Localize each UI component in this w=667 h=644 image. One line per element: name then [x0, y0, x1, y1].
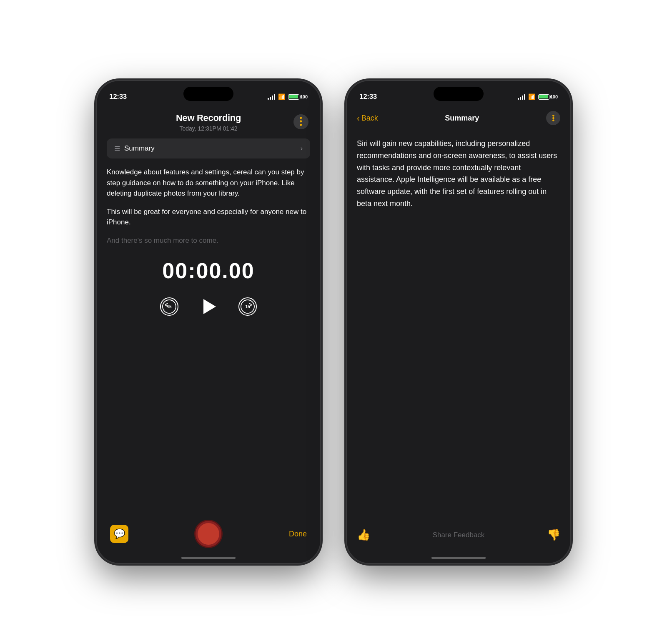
summary-pill-left: ☰ Summary: [114, 144, 155, 153]
transcript-paragraph-1: Knowledge about features and settings, c…: [107, 167, 310, 199]
wifi-icon-2: 📶: [528, 93, 535, 100]
chat-icon: 💬: [114, 528, 125, 539]
phone-summary: 12:33 📶 100 ‹ Back Summar: [346, 80, 571, 564]
page-title: Summary: [445, 114, 479, 123]
feedback-button[interactable]: 💬: [110, 525, 128, 543]
back-label: Back: [361, 114, 378, 123]
play-icon: [203, 299, 216, 314]
status-icons-2: 📶 100: [518, 93, 558, 100]
status-time-2: 12:33: [359, 93, 377, 101]
summary-nav-header: ‹ Back Summary •••: [357, 105, 560, 133]
more-dots-icon: •••: [297, 117, 305, 127]
battery-indicator-2: 100: [538, 94, 558, 100]
skip-forward-circle: 15: [238, 297, 257, 316]
dynamic-island-2: [434, 87, 484, 101]
play-button[interactable]: [198, 296, 219, 317]
summary-more-button[interactable]: •••: [546, 111, 560, 125]
phone-recording: 12:33 📶 100 New Recording Today, 12:31PM…: [96, 80, 321, 564]
dynamic-island: [183, 87, 233, 101]
more-dots-icon-2: •••: [549, 115, 557, 122]
feedback-bar: 👍 Share Feedback 👎: [347, 528, 570, 541]
share-feedback-text[interactable]: Share Feedback: [380, 531, 537, 539]
skip-back-button[interactable]: 15: [159, 297, 179, 317]
chevron-right-icon: ›: [301, 145, 303, 152]
summary-pill-label: Summary: [124, 144, 155, 153]
back-button[interactable]: ‹ Back: [357, 113, 378, 123]
record-inner: [198, 523, 219, 545]
done-button[interactable]: Done: [289, 530, 307, 538]
signal-icon: [268, 94, 275, 100]
transcript-paragraph-3: And there's so much more to come.: [107, 235, 310, 246]
wifi-icon: 📶: [278, 93, 285, 100]
playback-controls: 15 15: [107, 296, 310, 317]
battery-indicator: 100: [288, 94, 308, 100]
transcript-paragraph-2: This will be great for everyone and espe…: [107, 206, 310, 228]
home-indicator-2: [431, 557, 486, 559]
list-icon: ☰: [114, 145, 120, 153]
signal-icon-2: [518, 94, 525, 100]
status-icons: 📶 100: [268, 93, 308, 100]
phone1-content: New Recording Today, 12:31PM 01:42 ••• ☰…: [97, 105, 320, 546]
record-button[interactable]: [194, 520, 223, 548]
more-options-button[interactable]: •••: [293, 114, 308, 129]
skip-back-circle: 15: [160, 297, 178, 316]
bottom-bar: 💬 Done: [97, 520, 320, 548]
home-indicator: [181, 557, 236, 559]
summary-body: Siri will gain new capabilities, includi…: [357, 133, 560, 214]
thumbs-up-button[interactable]: 👍: [357, 528, 370, 541]
recording-title: New Recording: [107, 113, 310, 123]
recording-header: New Recording Today, 12:31PM 01:42: [107, 105, 310, 138]
thumbs-down-button[interactable]: 👎: [547, 528, 560, 541]
skip-forward-button[interactable]: 15: [238, 297, 258, 317]
phone2-content: ‹ Back Summary ••• Siri will gain new ca…: [347, 105, 570, 546]
back-chevron-icon: ‹: [357, 113, 360, 123]
timer-display: 00:00.00: [107, 258, 310, 283]
recording-subtitle: Today, 12:31PM 01:42: [107, 125, 310, 132]
summary-body-text: Siri will gain new capabilities, includi…: [357, 138, 560, 210]
summary-pill-button[interactable]: ☰ Summary ›: [107, 138, 310, 158]
status-time: 12:33: [109, 93, 127, 101]
